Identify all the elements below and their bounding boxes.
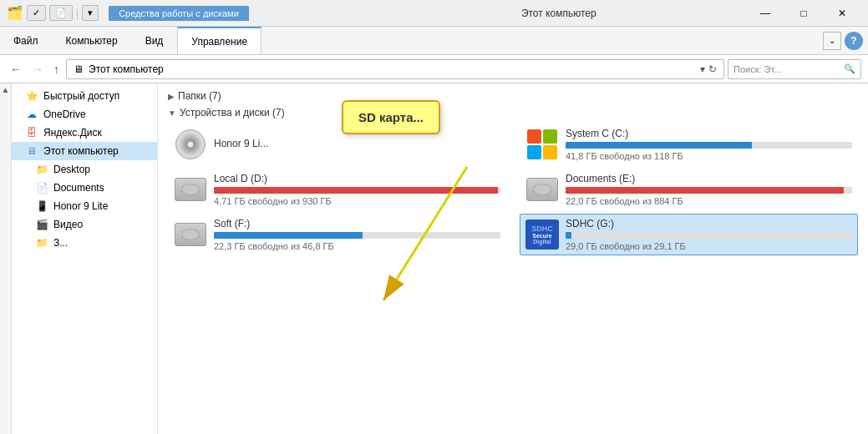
drive-softf-name: Soft (F:) [214, 218, 500, 230]
sidebar-item-honor9lite[interactable]: 📱 Honor 9 Lite [12, 197, 157, 215]
hdd-icon-d [174, 174, 207, 204]
drive-softf-progress [214, 232, 500, 239]
cd-icon [174, 129, 207, 159]
drive-honor9lite[interactable]: Honor 9 Li... [168, 124, 506, 165]
devices-arrow-icon: ▼ [168, 108, 176, 118]
address-field[interactable]: 🖥 Этот компьютер ▾ ↻ [66, 59, 724, 79]
main-layout: ▲ ⭐ Быстрый доступ ☁ OneDrive 🗄 Яндекс.Д… [0, 83, 868, 434]
help-button[interactable]: ? [845, 32, 863, 50]
tab-file[interactable]: Файл [0, 27, 53, 54]
drive-locald-name: Local D (D:) [214, 173, 500, 184]
minimize-button[interactable]: — [746, 0, 784, 27]
sidebar-item-label: Desktop [53, 164, 90, 175]
sidebar-item-yandex[interactable]: 🗄 Яндекс.Диск [12, 124, 157, 142]
title-bar: 🗂️ ✓ 📄 | ▾ Средства работы с дисками Это… [0, 0, 868, 27]
devices-section-header[interactable]: ▼ Устройства и диски (7) [168, 107, 858, 119]
sidebar-item-this-pc[interactable]: 🖥 Этот компьютер [12, 142, 157, 160]
desktop-icon: 📁 [35, 163, 48, 176]
drive-softf[interactable]: Soft (F:) 22,3 ГБ свободно из 46,8 ГБ [168, 214, 506, 255]
drive-sdcg-name: SDHC (G:) [566, 218, 852, 230]
hdd-icon-f [174, 220, 207, 250]
sidebar-item-desktop[interactable]: 📁 Desktop [12, 160, 157, 179]
drive-sdcg[interactable]: SDHC Secure Digital SDHC (G:) 29,0 ГБ св… [520, 214, 858, 255]
tab-computer[interactable]: Компьютер [53, 27, 132, 54]
window-controls: — □ ✕ [746, 0, 861, 27]
sidebar-item-label: Видео [53, 219, 83, 230]
star-icon: ⭐ [25, 89, 38, 103]
folders-arrow-icon: ▶ [168, 92, 175, 101]
sidebar-item-label: Этот компьютер [43, 145, 119, 157]
search-placeholder-text: Поиск: Эт... [733, 64, 844, 74]
drive-systemc[interactable]: System C (C:) 41,8 ГБ свободно из 118 ГБ [520, 124, 858, 165]
drive-sdcg-progress [566, 232, 852, 239]
sidebar: ⭐ Быстрый доступ ☁ OneDrive 🗄 Яндекс.Дис… [12, 83, 158, 434]
scroll-up-icon[interactable]: ▲ [2, 85, 10, 94]
ribbon-collapse-btn[interactable]: ⌄ [823, 32, 841, 50]
drive-docse-space: 22,0 ГБ свободно из 884 ГБ [566, 196, 852, 206]
sidebar-item-label: Honor 9 Lite [53, 200, 108, 212]
drive-sdcg-info: SDHC (G:) 29,0 ГБ свободно из 29,1 ГБ [566, 218, 852, 251]
sidebar-item-label: З... [53, 237, 68, 249]
drive-docse-progress [566, 187, 852, 194]
tooltip-text: SD карта... [358, 110, 424, 124]
hdd-icon-e [525, 174, 559, 204]
title-bar-ribbon-label: Средства работы с дисками [109, 6, 249, 21]
quick-access-btn[interactable]: ✓ [27, 5, 46, 21]
sidebar-item-label: OneDrive [43, 108, 86, 120]
address-refresh-icon[interactable]: ↻ [708, 63, 717, 75]
explorer-icon: 🗂️ [7, 5, 23, 21]
search-icon: 🔍 [844, 63, 855, 74]
drive-softf-space: 22,3 ГБ свободно из 46,8 ГБ [214, 241, 500, 251]
address-folder-icon: 🖥 [74, 63, 84, 75]
properties-btn[interactable]: 📄 [49, 5, 73, 21]
drive-docse[interactable]: Documents (E:) 22,0 ГБ свободно из 884 Г… [520, 169, 858, 210]
win-icon [525, 129, 559, 159]
drive-systemc-name: System C (C:) [566, 128, 852, 139]
docs-icon: 📄 [35, 181, 48, 194]
drive-systemc-progress [566, 142, 852, 149]
sd-card-tooltip: SD карта... [342, 100, 440, 134]
video-icon: 🎬 [35, 218, 48, 231]
folder-icon: 📁 [35, 236, 48, 250]
sidebar-item-more[interactable]: 📁 З... [12, 234, 157, 252]
toolbar-dropdown-btn[interactable]: ▾ [82, 5, 99, 21]
tab-view[interactable]: Вид [132, 27, 178, 54]
back-button[interactable]: ← [7, 61, 25, 78]
title-bar-left: 🗂️ ✓ 📄 | ▾ Средства работы с дисками [7, 5, 372, 21]
ribbon: Файл Компьютер Вид Управление ⌄ ? [0, 27, 868, 55]
folders-section-header[interactable]: ▶ Папки (7) [168, 90, 858, 102]
tab-manage[interactable]: Управление [177, 27, 261, 54]
sidebar-item-documents[interactable]: 📄 Documents [12, 179, 157, 197]
address-text: Этот компьютер [89, 63, 697, 75]
drive-softf-info: Soft (F:) 22,3 ГБ свободно из 46,8 ГБ [214, 218, 500, 251]
drive-honor9lite-info: Honor 9 Li... [214, 138, 500, 152]
search-box[interactable]: Поиск: Эт... 🔍 [728, 59, 861, 79]
sidebar-item-label: Быстрый доступ [43, 90, 119, 102]
drive-docse-name: Documents (E:) [566, 173, 852, 184]
devices-section-label: Устройства и диски (7) [180, 107, 285, 119]
drive-docse-info: Documents (E:) 22,0 ГБ свободно из 884 Г… [566, 173, 852, 206]
phone-icon: 📱 [35, 199, 48, 213]
sidebar-item-label: Documents [53, 182, 104, 194]
address-bar: ← → ↑ 🖥 Этот компьютер ▾ ↻ Поиск: Эт... … [0, 55, 868, 83]
sdhc-icon: SDHC Secure Digital [525, 220, 559, 250]
window-title: Этот компьютер [377, 8, 742, 19]
sidebar-item-quick-access[interactable]: ⭐ Быстрый доступ [12, 87, 157, 105]
address-dropdown-icon[interactable]: ▾ [700, 63, 705, 75]
forward-button[interactable]: → [28, 61, 47, 78]
drives-grid: Honor 9 Li... System C (C:) [168, 124, 858, 255]
content-area: ▶ Папки (7) ▼ Устройства и диски (7) Hon… [158, 83, 868, 434]
up-button[interactable]: ↑ [50, 61, 63, 78]
maximize-button[interactable]: □ [784, 0, 823, 27]
sidebar-item-onedrive[interactable]: ☁ OneDrive [12, 105, 157, 124]
ribbon-right: ⌄ ? [823, 27, 868, 54]
drive-locald[interactable]: Local D (D:) 4,71 ГБ свободно из 930 ГБ [168, 169, 506, 210]
drive-systemc-info: System C (C:) 41,8 ГБ свободно из 118 ГБ [566, 128, 852, 161]
drive-systemc-space: 41,8 ГБ свободно из 118 ГБ [566, 151, 852, 161]
pc-icon: 🖥 [25, 144, 38, 158]
drive-locald-progress [214, 187, 500, 194]
sidebar-item-video[interactable]: 🎬 Видео [12, 215, 157, 234]
close-button[interactable]: ✕ [823, 0, 861, 27]
sidebar-scroll[interactable]: ▲ [0, 83, 12, 434]
separator: | [76, 8, 79, 19]
